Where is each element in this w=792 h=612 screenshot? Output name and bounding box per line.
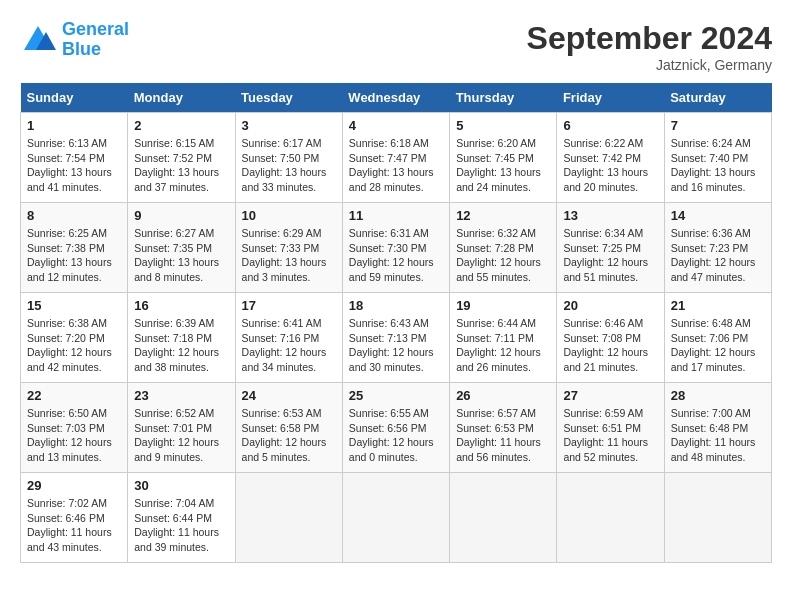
calendar-cell: 23Sunrise: 6:52 AMSunset: 7:01 PMDayligh… — [128, 383, 235, 473]
calendar-cell — [450, 473, 557, 563]
day-info: Sunrise: 6:32 AMSunset: 7:28 PMDaylight:… — [456, 226, 550, 285]
calendar-cell: 13Sunrise: 6:34 AMSunset: 7:25 PMDayligh… — [557, 203, 664, 293]
calendar-cell: 8Sunrise: 6:25 AMSunset: 7:38 PMDaylight… — [21, 203, 128, 293]
calendar-cell: 26Sunrise: 6:57 AMSunset: 6:53 PMDayligh… — [450, 383, 557, 473]
calendar-cell: 29Sunrise: 7:02 AMSunset: 6:46 PMDayligh… — [21, 473, 128, 563]
calendar-cell — [557, 473, 664, 563]
title-block: September 2024 Jatznick, Germany — [527, 20, 772, 73]
calendar-cell: 2Sunrise: 6:15 AMSunset: 7:52 PMDaylight… — [128, 113, 235, 203]
weekday-header: Saturday — [664, 83, 771, 113]
logo-line1: General — [62, 19, 129, 39]
weekday-header: Thursday — [450, 83, 557, 113]
page-header: General Blue September 2024 Jatznick, Ge… — [20, 20, 772, 73]
day-number: 28 — [671, 388, 765, 403]
day-info: Sunrise: 6:41 AMSunset: 7:16 PMDaylight:… — [242, 316, 336, 375]
day-info: Sunrise: 7:02 AMSunset: 6:46 PMDaylight:… — [27, 496, 121, 555]
day-info: Sunrise: 6:53 AMSunset: 6:58 PMDaylight:… — [242, 406, 336, 465]
calendar-cell: 4Sunrise: 6:18 AMSunset: 7:47 PMDaylight… — [342, 113, 449, 203]
day-number: 20 — [563, 298, 657, 313]
calendar-cell: 5Sunrise: 6:20 AMSunset: 7:45 PMDaylight… — [450, 113, 557, 203]
day-info: Sunrise: 6:46 AMSunset: 7:08 PMDaylight:… — [563, 316, 657, 375]
calendar-cell: 11Sunrise: 6:31 AMSunset: 7:30 PMDayligh… — [342, 203, 449, 293]
day-info: Sunrise: 6:25 AMSunset: 7:38 PMDaylight:… — [27, 226, 121, 285]
day-number: 19 — [456, 298, 550, 313]
day-number: 12 — [456, 208, 550, 223]
month-title: September 2024 — [527, 20, 772, 57]
day-number: 3 — [242, 118, 336, 133]
day-info: Sunrise: 7:04 AMSunset: 6:44 PMDaylight:… — [134, 496, 228, 555]
day-number: 4 — [349, 118, 443, 133]
day-number: 25 — [349, 388, 443, 403]
weekday-header: Friday — [557, 83, 664, 113]
day-info: Sunrise: 7:00 AMSunset: 6:48 PMDaylight:… — [671, 406, 765, 465]
day-info: Sunrise: 6:38 AMSunset: 7:20 PMDaylight:… — [27, 316, 121, 375]
day-info: Sunrise: 6:52 AMSunset: 7:01 PMDaylight:… — [134, 406, 228, 465]
calendar-cell: 20Sunrise: 6:46 AMSunset: 7:08 PMDayligh… — [557, 293, 664, 383]
day-info: Sunrise: 6:15 AMSunset: 7:52 PMDaylight:… — [134, 136, 228, 195]
day-number: 5 — [456, 118, 550, 133]
calendar-table: SundayMondayTuesdayWednesdayThursdayFrid… — [20, 83, 772, 563]
calendar-cell: 1Sunrise: 6:13 AMSunset: 7:54 PMDaylight… — [21, 113, 128, 203]
logo-text: General Blue — [62, 20, 129, 60]
day-number: 21 — [671, 298, 765, 313]
day-number: 13 — [563, 208, 657, 223]
calendar-cell: 28Sunrise: 7:00 AMSunset: 6:48 PMDayligh… — [664, 383, 771, 473]
day-number: 17 — [242, 298, 336, 313]
day-number: 18 — [349, 298, 443, 313]
calendar-cell — [342, 473, 449, 563]
calendar-cell: 21Sunrise: 6:48 AMSunset: 7:06 PMDayligh… — [664, 293, 771, 383]
calendar-cell: 9Sunrise: 6:27 AMSunset: 7:35 PMDaylight… — [128, 203, 235, 293]
weekday-header: Wednesday — [342, 83, 449, 113]
day-info: Sunrise: 6:43 AMSunset: 7:13 PMDaylight:… — [349, 316, 443, 375]
weekday-header-row: SundayMondayTuesdayWednesdayThursdayFrid… — [21, 83, 772, 113]
calendar-cell: 19Sunrise: 6:44 AMSunset: 7:11 PMDayligh… — [450, 293, 557, 383]
calendar-cell: 16Sunrise: 6:39 AMSunset: 7:18 PMDayligh… — [128, 293, 235, 383]
calendar-week-row: 8Sunrise: 6:25 AMSunset: 7:38 PMDaylight… — [21, 203, 772, 293]
calendar-cell: 6Sunrise: 6:22 AMSunset: 7:42 PMDaylight… — [557, 113, 664, 203]
day-number: 27 — [563, 388, 657, 403]
day-number: 2 — [134, 118, 228, 133]
day-info: Sunrise: 6:59 AMSunset: 6:51 PMDaylight:… — [563, 406, 657, 465]
calendar-cell: 25Sunrise: 6:55 AMSunset: 6:56 PMDayligh… — [342, 383, 449, 473]
day-number: 9 — [134, 208, 228, 223]
calendar-cell — [664, 473, 771, 563]
calendar-cell: 15Sunrise: 6:38 AMSunset: 7:20 PMDayligh… — [21, 293, 128, 383]
day-info: Sunrise: 6:57 AMSunset: 6:53 PMDaylight:… — [456, 406, 550, 465]
day-info: Sunrise: 6:34 AMSunset: 7:25 PMDaylight:… — [563, 226, 657, 285]
calendar-cell: 30Sunrise: 7:04 AMSunset: 6:44 PMDayligh… — [128, 473, 235, 563]
day-info: Sunrise: 6:22 AMSunset: 7:42 PMDaylight:… — [563, 136, 657, 195]
calendar-week-row: 22Sunrise: 6:50 AMSunset: 7:03 PMDayligh… — [21, 383, 772, 473]
calendar-cell: 7Sunrise: 6:24 AMSunset: 7:40 PMDaylight… — [664, 113, 771, 203]
day-number: 8 — [27, 208, 121, 223]
calendar-cell: 24Sunrise: 6:53 AMSunset: 6:58 PMDayligh… — [235, 383, 342, 473]
day-info: Sunrise: 6:29 AMSunset: 7:33 PMDaylight:… — [242, 226, 336, 285]
calendar-cell: 3Sunrise: 6:17 AMSunset: 7:50 PMDaylight… — [235, 113, 342, 203]
calendar-cell: 18Sunrise: 6:43 AMSunset: 7:13 PMDayligh… — [342, 293, 449, 383]
calendar-cell: 12Sunrise: 6:32 AMSunset: 7:28 PMDayligh… — [450, 203, 557, 293]
day-number: 22 — [27, 388, 121, 403]
day-number: 14 — [671, 208, 765, 223]
day-number: 15 — [27, 298, 121, 313]
day-info: Sunrise: 6:18 AMSunset: 7:47 PMDaylight:… — [349, 136, 443, 195]
day-number: 29 — [27, 478, 121, 493]
weekday-header: Sunday — [21, 83, 128, 113]
day-number: 1 — [27, 118, 121, 133]
logo: General Blue — [20, 20, 129, 60]
calendar-cell: 27Sunrise: 6:59 AMSunset: 6:51 PMDayligh… — [557, 383, 664, 473]
day-info: Sunrise: 6:48 AMSunset: 7:06 PMDaylight:… — [671, 316, 765, 375]
day-info: Sunrise: 6:44 AMSunset: 7:11 PMDaylight:… — [456, 316, 550, 375]
day-info: Sunrise: 6:31 AMSunset: 7:30 PMDaylight:… — [349, 226, 443, 285]
day-number: 26 — [456, 388, 550, 403]
day-info: Sunrise: 6:17 AMSunset: 7:50 PMDaylight:… — [242, 136, 336, 195]
calendar-cell: 10Sunrise: 6:29 AMSunset: 7:33 PMDayligh… — [235, 203, 342, 293]
calendar-week-row: 1Sunrise: 6:13 AMSunset: 7:54 PMDaylight… — [21, 113, 772, 203]
calendar-cell: 14Sunrise: 6:36 AMSunset: 7:23 PMDayligh… — [664, 203, 771, 293]
day-info: Sunrise: 6:20 AMSunset: 7:45 PMDaylight:… — [456, 136, 550, 195]
day-info: Sunrise: 6:27 AMSunset: 7:35 PMDaylight:… — [134, 226, 228, 285]
day-info: Sunrise: 6:39 AMSunset: 7:18 PMDaylight:… — [134, 316, 228, 375]
day-info: Sunrise: 6:24 AMSunset: 7:40 PMDaylight:… — [671, 136, 765, 195]
day-info: Sunrise: 6:13 AMSunset: 7:54 PMDaylight:… — [27, 136, 121, 195]
calendar-cell — [235, 473, 342, 563]
weekday-header: Tuesday — [235, 83, 342, 113]
calendar-cell: 17Sunrise: 6:41 AMSunset: 7:16 PMDayligh… — [235, 293, 342, 383]
